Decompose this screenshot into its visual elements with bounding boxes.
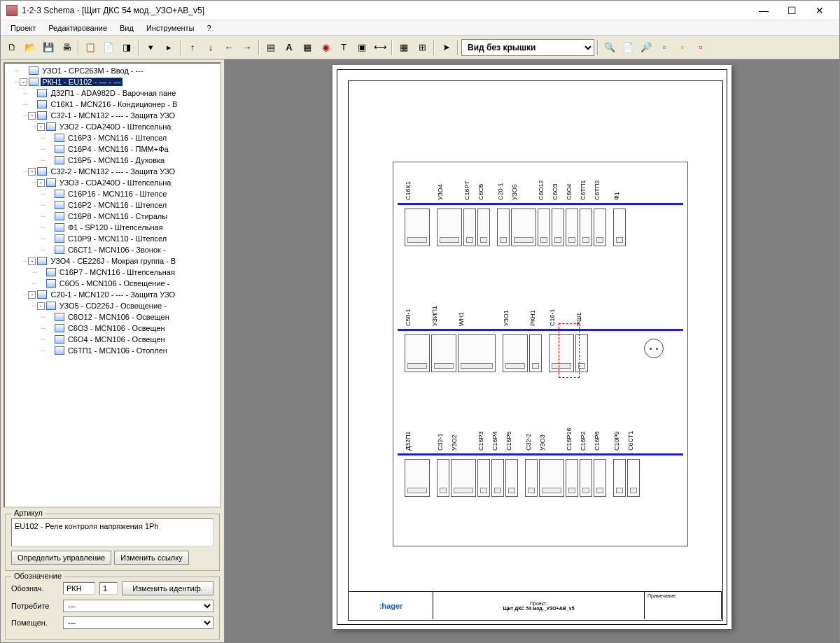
tree-node[interactable]: ┈С16Р7 - MCN116 - Штепсельная [6, 267, 218, 278]
tree-node-label[interactable]: Д32П1 - ADA982D - Варочная пане [49, 89, 177, 97]
module[interactable] [580, 209, 592, 246]
text-a-icon[interactable]: A [281, 39, 298, 56]
module[interactable] [627, 459, 640, 497]
module[interactable] [503, 334, 528, 372]
page-icon[interactable]: ▣ [354, 39, 370, 56]
module[interactable] [431, 334, 456, 372]
module[interactable] [458, 334, 496, 372]
doc-icon[interactable]: ▤ [262, 39, 279, 56]
module[interactable] [580, 459, 592, 497]
tree-node[interactable]: ┈Ф1 - SP120 - Штепсельная [6, 222, 218, 233]
collapse-icon[interactable]: - [28, 257, 36, 265]
module[interactable] [405, 334, 430, 372]
view-mode-select[interactable]: Вид без крышки [461, 39, 594, 56]
module[interactable] [613, 209, 626, 246]
tree-node[interactable]: ┈С16Р5 - MCN116 - Духовка [6, 155, 218, 166]
tree-node[interactable]: ┈С16Р4 - MCN116 - ПММ+Фа [6, 143, 218, 155]
flag-down-icon[interactable]: ▾ [142, 39, 159, 56]
module[interactable] [539, 459, 564, 497]
menu-item[interactable]: Проект [5, 22, 41, 34]
tree-node-label[interactable]: С16Р7 - MCN116 - Штепсельная [58, 268, 176, 276]
text-t-icon[interactable]: T [335, 39, 352, 56]
arrow-left-icon[interactable]: ← [220, 39, 237, 56]
collapse-icon[interactable]: - [28, 168, 36, 176]
module[interactable] [594, 459, 606, 497]
tree-node-label[interactable]: С16Р4 - MCN116 - ПММ+Фа [66, 145, 170, 153]
tree-node[interactable]: ┈С16Р8 - MCN116 - Стиралы [6, 211, 218, 222]
tree-node-label[interactable]: С32-2 - MCN132 - --- - Защита УЗО [49, 167, 176, 176]
arrow-right-icon[interactable]: → [239, 39, 255, 56]
tree-node-label[interactable]: С6О3 - MCN106 - Освещен [66, 324, 167, 332]
collapse-icon[interactable]: - [28, 112, 36, 120]
tree-node[interactable]: ┈С16К1 - MCN216 - Кондиционер - В [6, 99, 218, 110]
minimize-button[interactable]: — [750, 2, 778, 19]
tree-node[interactable]: ┈С6ТП1 - MCN106 - Отоплен [6, 345, 218, 356]
module[interactable] [566, 459, 578, 497]
designation-number-input[interactable] [99, 582, 118, 595]
tree-node[interactable]: ┈С6О12 - MCN106 - Освещен [6, 311, 218, 323]
tree-node[interactable]: ┈С6СТ1 - MCN106 - Звонок - [6, 244, 218, 255]
tree-node[interactable]: ┈-С32-1 - MCN132 - --- - Защита УЗО [6, 110, 218, 121]
tree-node-label[interactable]: УЗО3 - CDA240D - Штепсельна [58, 178, 173, 187]
tool-1-icon[interactable]: ▫ [656, 39, 673, 56]
room-select[interactable]: --- [63, 616, 214, 629]
tree-node-label[interactable]: УЗО1 - CPC263M - Ввод - --- [41, 66, 144, 75]
tree-node[interactable]: ┈С6О4 - MCN106 - Освещен [6, 334, 218, 345]
menu-item[interactable]: Редактирование [43, 22, 113, 34]
collapse-icon[interactable]: - [28, 291, 36, 299]
arrow-up-icon[interactable]: ↑ [184, 39, 201, 56]
tree-node-label[interactable]: С6СТ1 - MCN106 - Звонок - [66, 246, 167, 254]
module[interactable] [405, 209, 430, 246]
module[interactable] [477, 209, 490, 246]
module[interactable] [451, 459, 476, 497]
tree-node-label[interactable]: УЗО5 - CD226J - Освещение - [58, 302, 168, 310]
tree-node-label[interactable]: С32-1 - MCN132 - --- - Защита УЗО [49, 111, 176, 120]
change-link-button[interactable]: Изменить ссылку [114, 551, 188, 565]
tree-node[interactable]: ┈С16Р3 - MCN116 - Штепсел [6, 132, 218, 143]
tree-node-label[interactable]: С16К1 - MCN216 - Кондиционер - В [49, 100, 178, 108]
tree-node-label[interactable]: С6О4 - MCN106 - Освещен [66, 335, 167, 344]
module[interactable] [529, 334, 542, 372]
copy-icon[interactable]: 📋 [82, 39, 99, 56]
open-icon[interactable]: 📂 [22, 39, 38, 56]
define-control-button[interactable]: Определить управление [11, 551, 111, 565]
layout-icon[interactable]: ⊞ [414, 39, 430, 56]
tree-node[interactable]: ┈-УЗО3 - CDA240D - Штепсельна [6, 177, 218, 188]
collapse-icon[interactable]: - [20, 78, 27, 86]
blocks-icon[interactable]: ▦ [299, 39, 316, 56]
save-icon[interactable]: 💾 [40, 39, 57, 56]
module[interactable] [437, 459, 449, 497]
module[interactable] [525, 459, 538, 497]
tree-node[interactable]: ┈УЗО1 - CPC263M - Ввод - --- [6, 65, 218, 76]
tree-node-label[interactable]: Ф1 - SP120 - Штепсельная [66, 223, 164, 232]
tree-node[interactable]: ┈-С32-2 - MCN132 - --- - Защита УЗО [6, 166, 218, 177]
tree-node-label[interactable]: С20-1 - MCN120 - --- - Защита УЗО [49, 290, 176, 299]
brackets-icon[interactable]: ⟷ [372, 39, 388, 56]
print-icon[interactable]: 🖶 [58, 39, 75, 56]
module[interactable] [463, 209, 476, 246]
arrow-down-icon[interactable]: ↓ [202, 39, 219, 56]
tree-node-label[interactable]: С16Р2 - MCN116 - Штепсел [66, 201, 168, 209]
module[interactable] [405, 459, 430, 497]
module[interactable] [491, 459, 504, 497]
tree-node[interactable]: ┈-УЗО2 - CDA240D - Штепсельна [6, 121, 218, 132]
close-button[interactable]: ✕ [806, 2, 834, 19]
tree-node[interactable]: ┈-С20-1 - MCN120 - --- - Защита УЗО [6, 289, 218, 300]
menu-item[interactable]: ? [202, 22, 217, 34]
tree-node[interactable]: ┈С6О3 - MCN106 - Освещен [6, 323, 218, 334]
tree-node[interactable]: ┈Д32П1 - ADA982D - Варочная пане [6, 87, 218, 99]
collapse-icon[interactable]: - [37, 123, 45, 131]
collapse-icon[interactable]: - [37, 302, 45, 310]
grid-icon[interactable]: ▦ [396, 39, 412, 56]
module[interactable] [613, 459, 626, 497]
tool-2-icon[interactable]: ▫ [674, 39, 691, 56]
module[interactable] [566, 209, 578, 246]
zoom-in-icon[interactable]: 🔍 [601, 39, 618, 56]
collapse-icon[interactable]: - [37, 179, 45, 187]
tree-node[interactable]: ┈-РКН1 - EU102 - --- - --- [6, 76, 218, 87]
tree-node-label[interactable]: С6О12 - MCN106 - Освещен [66, 313, 171, 321]
tree-node[interactable]: ┈С10Р9 - MCN110 - Штепсел [6, 233, 218, 244]
module[interactable] [538, 209, 550, 246]
new-icon[interactable]: 🗋 [4, 39, 20, 56]
zoom-out-icon[interactable]: 🔎 [638, 39, 654, 56]
